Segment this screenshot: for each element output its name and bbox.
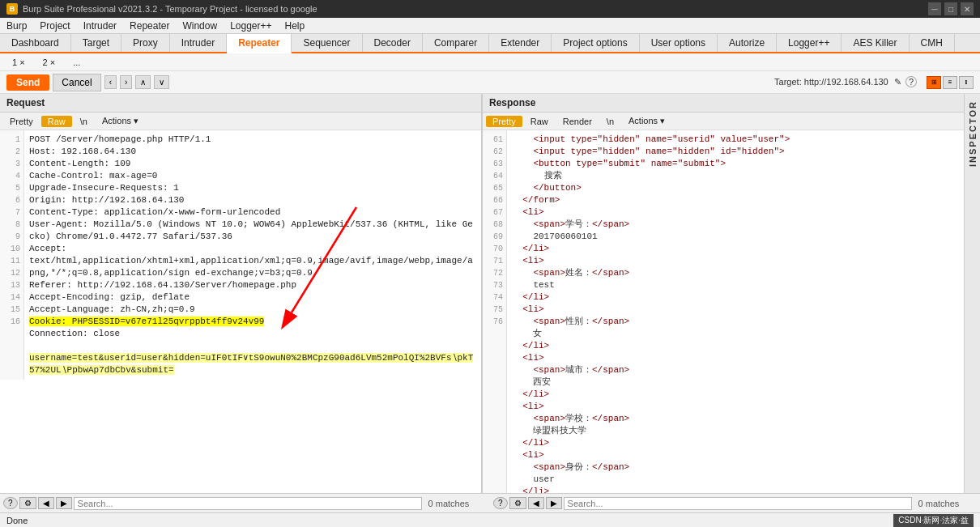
tab-proxy[interactable]: Proxy bbox=[121, 34, 170, 52]
response-code[interactable]: <input type="hidden" name="userid" value… bbox=[507, 130, 964, 493]
tab-sequencer[interactable]: Sequencer bbox=[292, 34, 362, 52]
tab-user-options[interactable]: User options bbox=[640, 34, 718, 52]
response-panel: Response Pretty Raw Render \n Actions ▾ … bbox=[483, 94, 964, 493]
nav-right-right[interactable]: ▶ bbox=[546, 497, 562, 509]
target-label: Target: http://192.168.64.130 ✎ ? bbox=[774, 77, 917, 87]
minimize-button[interactable]: ─ bbox=[928, 2, 941, 15]
tab-autorize[interactable]: Autorize bbox=[718, 34, 777, 52]
request-matches-label: 0 matches bbox=[424, 499, 475, 508]
help-bottom-left[interactable]: ? bbox=[3, 497, 18, 509]
response-tab-raw[interactable]: Raw bbox=[524, 116, 555, 127]
done-bar: Done CSDN·新网·法家·益 bbox=[0, 512, 980, 527]
sub-tabs: 1 × 2 × ... bbox=[0, 53, 980, 71]
request-bottom: ? ⚙ ◀ ▶ 0 matches bbox=[0, 497, 490, 510]
response-search-input[interactable] bbox=[564, 497, 912, 510]
response-tab-ln[interactable]: \n bbox=[600, 116, 620, 127]
nav-down-button[interactable]: ∨ bbox=[154, 75, 169, 89]
csdn-watermark: CSDN·新网·法家·益 bbox=[893, 514, 974, 527]
tab-intruder[interactable]: Intruder bbox=[170, 34, 227, 52]
inspector-panel: INSPECTOR bbox=[964, 94, 980, 493]
tab-decoder[interactable]: Decoder bbox=[363, 34, 423, 52]
request-panel-header: Request bbox=[0, 94, 481, 113]
request-panel: Request Pretty Raw \n Actions ▾ 12345678… bbox=[0, 94, 483, 493]
nav-left-right[interactable]: ◀ bbox=[528, 497, 544, 509]
menu-window[interactable]: Window bbox=[176, 19, 224, 33]
view-toggle: ⊞ ≡ ⫿ bbox=[927, 76, 974, 89]
tab-aes-killer[interactable]: AES Killer bbox=[842, 34, 909, 52]
help-icon[interactable]: ? bbox=[905, 76, 917, 87]
window-controls[interactable]: ─ □ ✕ bbox=[928, 2, 974, 15]
menu-logger[interactable]: Logger++ bbox=[224, 19, 278, 33]
app-title: Burp Suite Professional v2021.3.2 - Temp… bbox=[23, 4, 317, 14]
response-bottom: ? ⚙ ◀ ▶ 0 matches bbox=[490, 497, 980, 510]
menu-bar: Burp Project Intruder Repeater Window Lo… bbox=[0, 18, 980, 34]
view-horizontal-button[interactable]: ≡ bbox=[943, 76, 957, 89]
request-tab-ln[interactable]: \n bbox=[74, 116, 94, 127]
request-tab-pretty[interactable]: Pretty bbox=[3, 116, 40, 127]
maximize-button[interactable]: □ bbox=[944, 2, 957, 15]
tab-target[interactable]: Target bbox=[71, 34, 121, 52]
sub-tab-1[interactable]: 1 × bbox=[3, 55, 34, 70]
sub-tab-2[interactable]: 2 × bbox=[34, 55, 65, 70]
tab-extender[interactable]: Extender bbox=[489, 34, 552, 52]
response-content[interactable]: 61626364656667686970717273747576 <input … bbox=[483, 130, 964, 493]
menu-intruder[interactable]: Intruder bbox=[77, 19, 123, 33]
send-button[interactable]: Send bbox=[6, 74, 49, 91]
menu-repeater[interactable]: Repeater bbox=[123, 19, 176, 33]
cancel-button[interactable]: Cancel bbox=[53, 74, 100, 91]
tab-logger-plus[interactable]: Logger++ bbox=[777, 34, 842, 52]
tab-dashboard[interactable]: Dashboard bbox=[0, 34, 71, 52]
request-line-numbers: 12345678910111213141516 bbox=[0, 130, 24, 380]
sub-tab-more[interactable]: ... bbox=[64, 55, 89, 70]
settings-bottom-right[interactable]: ⚙ bbox=[509, 497, 526, 509]
menu-help[interactable]: Help bbox=[279, 19, 312, 33]
response-tab-actions[interactable]: Actions ▾ bbox=[622, 115, 671, 127]
tab-project-options[interactable]: Project options bbox=[552, 34, 639, 52]
app-icon: B bbox=[6, 3, 18, 15]
response-tab-render[interactable]: Render bbox=[556, 116, 599, 127]
response-tab-pretty[interactable]: Pretty bbox=[486, 116, 522, 127]
edit-icon[interactable]: ✎ bbox=[894, 77, 901, 87]
request-tab-raw[interactable]: Raw bbox=[41, 116, 72, 127]
request-search-input[interactable] bbox=[74, 497, 422, 510]
menu-project[interactable]: Project bbox=[33, 19, 76, 33]
nav-up-button[interactable]: ∧ bbox=[135, 75, 151, 89]
response-panel-header: Response bbox=[483, 94, 964, 113]
close-button[interactable]: ✕ bbox=[961, 2, 974, 15]
view-vertical-button[interactable]: ⫿ bbox=[959, 76, 974, 89]
view-split-button[interactable]: ⊞ bbox=[927, 76, 941, 89]
tab-repeater[interactable]: Repeater bbox=[227, 34, 292, 53]
help-bottom-right[interactable]: ? bbox=[493, 497, 508, 509]
response-panel-tabs: Pretty Raw Render \n Actions ▾ bbox=[483, 113, 964, 130]
bottom-bar: ? ⚙ ◀ ▶ 0 matches ? ⚙ ◀ ▶ 0 matches bbox=[0, 493, 980, 512]
tab-comparer[interactable]: Comparer bbox=[423, 34, 489, 52]
request-tab-actions[interactable]: Actions ▾ bbox=[96, 115, 145, 127]
request-content[interactable]: 12345678910111213141516 POST /Server/hom… bbox=[0, 130, 481, 493]
done-status: Done bbox=[6, 516, 28, 525]
toolbar: Send Cancel ‹ › ∧ ∨ Target: http://192.1… bbox=[0, 71, 980, 94]
nav-left-left[interactable]: ◀ bbox=[38, 497, 54, 509]
request-panel-tabs: Pretty Raw \n Actions ▾ bbox=[0, 113, 481, 130]
response-line-numbers: 61626364656667686970717273747576 bbox=[483, 130, 507, 493]
nav-forward-button[interactable]: › bbox=[120, 75, 132, 89]
settings-bottom-left[interactable]: ⚙ bbox=[19, 497, 36, 509]
title-bar: B Burp Suite Professional v2021.3.2 - Te… bbox=[0, 0, 980, 18]
nav-back-button[interactable]: ‹ bbox=[104, 75, 117, 89]
tab-cmh[interactable]: CMH bbox=[910, 34, 955, 52]
menu-burp[interactable]: Burp bbox=[0, 19, 33, 33]
nav-tabs: Dashboard Target Proxy Intruder Repeater… bbox=[0, 34, 980, 53]
nav-right-left[interactable]: ▶ bbox=[56, 497, 72, 509]
response-matches-label: 0 matches bbox=[914, 499, 965, 508]
request-code[interactable]: POST /Server/homepage.php HTTP/1.1 Host:… bbox=[24, 130, 481, 380]
inspector-label: INSPECTOR bbox=[966, 94, 979, 173]
